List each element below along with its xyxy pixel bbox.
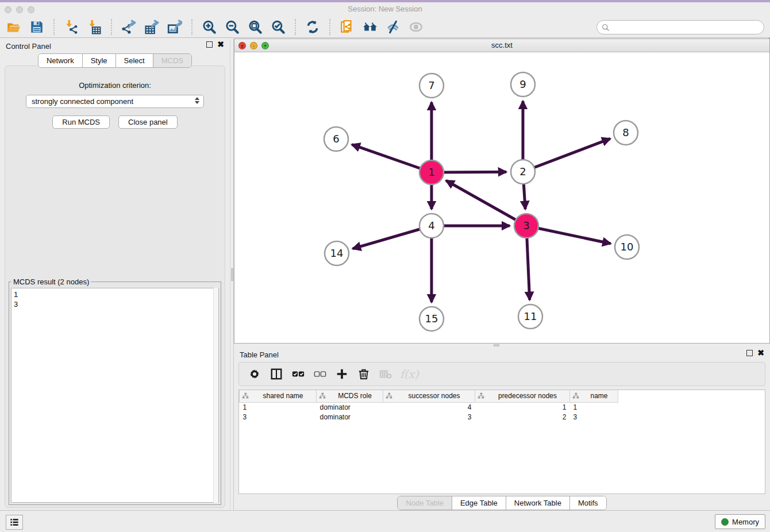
export-network-button[interactable] [117,18,140,36]
table-cell[interactable]: 3 [570,412,618,422]
graph-node-1[interactable]: 1 [419,160,444,184]
search-input[interactable] [610,23,764,32]
edge-3-1[interactable] [446,180,526,226]
table-cell[interactable]: 3 [240,412,317,422]
table-cell[interactable]: dominator [317,412,383,422]
add-column-button[interactable] [332,365,352,383]
table-row[interactable]: 3dominator323 [240,412,625,422]
hide-selected-button[interactable] [382,18,405,36]
application-window: Session: New Session Control Panel ✖ Net… [0,0,770,532]
select-all-rows-icon [292,368,305,380]
zoom-fit-button[interactable] [244,18,267,36]
edge-2-8[interactable] [523,138,610,172]
network-canvas[interactable]: 7968124314101511 [234,52,769,343]
zoom-out-button[interactable] [221,18,244,36]
table-cell[interactable]: 4 [383,402,475,412]
column-header-successor-nodes[interactable]: successor nodes [383,390,475,402]
tab-motifs[interactable]: Motifs [570,496,606,510]
column-panel-icon [270,368,283,380]
graph-node-9[interactable]: 9 [511,72,535,97]
control-panel-title: Control Panel [6,42,51,51]
graph-node-14[interactable]: 14 [325,241,349,265]
deselect-all-rows-button[interactable] [310,365,330,383]
delete-column-button[interactable] [354,365,374,383]
export-table-button[interactable] [140,18,163,36]
table-cell[interactable]: 1 [475,402,570,412]
graph-node-4[interactable]: 4 [419,214,444,238]
close-panel-icon[interactable]: ✖ [217,41,224,48]
graph-node-6[interactable]: 6 [324,127,348,151]
mcds-result-text[interactable]: 1 3 [11,288,219,503]
save-session-button[interactable] [25,18,48,36]
column-header-MCDS-role[interactable]: MCDS role [317,390,383,402]
float-table-panel-icon[interactable] [746,350,753,356]
search-box[interactable] [596,20,764,34]
run-mcds-button[interactable]: Run MCDS [52,115,110,129]
toolbar-separator [111,19,112,35]
close-table-panel-icon[interactable]: ✖ [757,350,764,356]
vertical-split-divider[interactable] [230,38,234,512]
memory-button[interactable]: Memory [715,514,765,529]
save-session-icon [29,20,44,34]
zoom-selected-button[interactable] [267,18,290,36]
tab-network-table[interactable]: Network Table [506,496,570,510]
list-icon [9,516,20,528]
tab-select[interactable]: Select [116,54,153,67]
task-history-button[interactable] [6,515,23,530]
table-panel: Table Panel ✖ f(x) shared nameMCDS roles… [234,347,770,512]
network-minimize-icon[interactable]: - [250,42,257,49]
table-cell[interactable]: 1 [570,402,618,412]
network-window-titlebar[interactable]: x - + scc.txt [234,39,769,52]
result-scrollbar[interactable] [213,288,218,503]
network-zoom-icon[interactable]: + [261,42,269,49]
table-cell[interactable]: 1 [240,402,317,412]
control-panel-header: Control Panel ✖ [0,38,230,53]
graph-node-15[interactable]: 15 [419,307,444,331]
column-panel-button[interactable] [267,365,286,383]
refresh-layout-button[interactable] [301,18,324,36]
edge-3-10[interactable] [526,226,611,244]
criterion-select[interactable]: strongly connected component [26,95,204,108]
table-settings-gear-icon [248,368,261,380]
column-header-predecessor-nodes[interactable]: predecessor nodes [475,390,570,402]
graph-node-2[interactable]: 2 [511,160,535,184]
node-table: shared nameMCDS rolesuccessor nodesprede… [238,390,765,494]
zoom-in-button[interactable] [198,18,221,36]
clone-network-button[interactable] [336,18,359,36]
first-neighbors-button[interactable] [359,18,382,36]
tab-network[interactable]: Network [38,54,83,67]
network-close-icon[interactable]: x [238,42,246,49]
search-glass-icon [602,24,610,32]
mcds-result-title: MCDS result (2 nodes) [11,277,91,286]
tab-style[interactable]: Style [83,54,116,67]
export-image-button[interactable] [163,18,186,36]
import-network-button[interactable] [60,18,83,36]
close-panel-button[interactable]: Close panel [118,115,178,129]
table-cell[interactable]: 3 [383,412,475,422]
graph-node-10[interactable]: 10 [615,235,639,259]
column-header-shared-name[interactable]: shared name [240,390,317,402]
graph-node-7[interactable]: 7 [419,74,444,98]
column-header-name[interactable]: name [570,390,618,402]
import-table-button[interactable] [83,18,106,36]
graph-node-8[interactable]: 8 [614,121,638,145]
table-row[interactable]: 1dominator411 [240,402,625,412]
float-panel-icon[interactable] [206,41,213,48]
delete-column-icon [357,368,370,380]
graph-node-3[interactable]: 3 [514,214,538,238]
open-file-button[interactable] [2,18,25,36]
table-settings-gear-button[interactable] [245,365,264,383]
tab-edge-table[interactable]: Edge Table [452,496,506,510]
table-cell[interactable]: 2 [475,412,570,422]
svg-text:2: 2 [519,165,526,178]
graph-node-11[interactable]: 11 [518,304,542,329]
first-neighbors-icon [363,20,378,34]
column-header-filler [618,390,625,402]
tab-node-table[interactable]: Node Table [398,496,452,510]
main-toolbar [0,17,770,38]
select-all-rows-button[interactable] [288,365,308,383]
tab-mcds[interactable]: MCDS [153,54,191,67]
table-cell[interactable]: dominator [317,402,383,412]
network-window-title: scc.txt [234,39,769,49]
svg-text:6: 6 [333,133,339,145]
